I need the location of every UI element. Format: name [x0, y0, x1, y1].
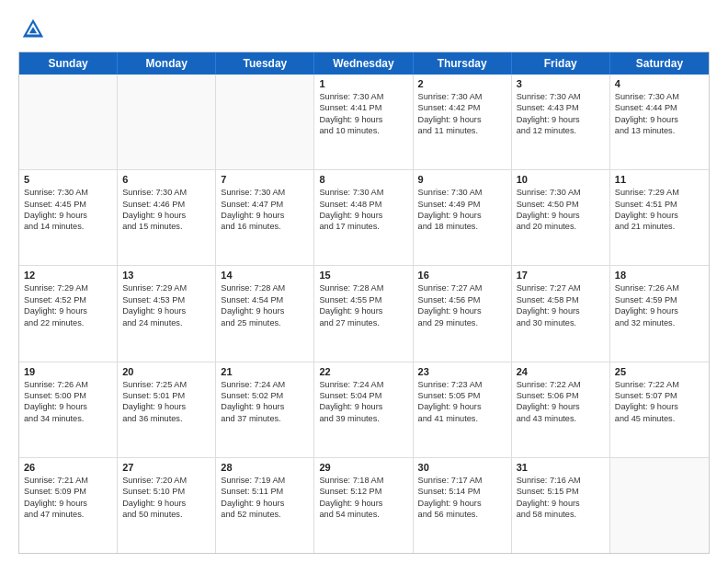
cal-header-monday: Monday	[118, 52, 216, 75]
cal-cell: 3Sunrise: 7:30 AMSunset: 4:43 PMDaylight…	[512, 75, 610, 169]
cell-line: Daylight: 9 hours	[122, 401, 210, 412]
cell-line: and 50 minutes.	[122, 509, 210, 520]
day-number: 14	[221, 270, 309, 281]
cell-line: Sunrise: 7:30 AM	[517, 187, 605, 198]
day-number: 13	[122, 270, 210, 281]
day-number: 3	[517, 78, 605, 89]
cell-line: and 47 minutes.	[24, 509, 112, 520]
cell-line: and 24 minutes.	[122, 317, 210, 328]
cell-line: Daylight: 9 hours	[319, 305, 407, 316]
cal-cell: 28Sunrise: 7:19 AMSunset: 5:11 PMDayligh…	[216, 458, 314, 553]
cell-line: Sunrise: 7:24 AM	[221, 379, 309, 390]
cell-line: Daylight: 9 hours	[418, 305, 506, 316]
cal-cell: 24Sunrise: 7:22 AMSunset: 5:06 PMDayligh…	[512, 362, 610, 457]
day-number: 24	[517, 366, 605, 377]
day-number: 21	[221, 366, 309, 377]
cal-cell	[19, 75, 118, 169]
cell-line: Sunset: 4:47 PM	[221, 199, 309, 210]
cell-line: Daylight: 9 hours	[517, 114, 605, 125]
cell-line: Sunset: 4:48 PM	[319, 199, 407, 210]
cell-line: Sunset: 4:51 PM	[615, 199, 704, 210]
cell-line: Sunrise: 7:17 AM	[418, 475, 506, 486]
cell-line: Sunrise: 7:26 AM	[615, 282, 704, 293]
cell-line: Sunrise: 7:27 AM	[517, 282, 605, 293]
cell-line: Sunrise: 7:28 AM	[319, 282, 407, 293]
cell-line: Daylight: 9 hours	[122, 498, 210, 509]
cell-line: Sunrise: 7:21 AM	[24, 475, 112, 486]
cell-line: and 56 minutes.	[418, 509, 506, 520]
cell-line: Sunset: 4:45 PM	[24, 199, 112, 210]
cal-cell: 15Sunrise: 7:28 AMSunset: 4:55 PMDayligh…	[314, 266, 413, 361]
cell-line: Daylight: 9 hours	[615, 401, 704, 412]
day-number: 17	[517, 270, 605, 281]
cell-line: Sunset: 4:56 PM	[418, 294, 506, 305]
cell-line: and 29 minutes.	[418, 317, 506, 328]
cal-header-wednesday: Wednesday	[314, 52, 413, 75]
cal-cell: 18Sunrise: 7:26 AMSunset: 4:59 PMDayligh…	[610, 266, 709, 361]
cell-line: Sunset: 4:46 PM	[122, 199, 210, 210]
cal-cell: 6Sunrise: 7:30 AMSunset: 4:46 PMDaylight…	[118, 170, 216, 265]
cal-cell: 25Sunrise: 7:22 AMSunset: 5:07 PMDayligh…	[610, 362, 709, 457]
cell-line: Daylight: 9 hours	[615, 210, 704, 221]
cal-header-saturday: Saturday	[610, 52, 709, 75]
day-number: 20	[122, 366, 210, 377]
cell-line: Sunrise: 7:28 AM	[221, 282, 309, 293]
cell-line: Sunset: 4:44 PM	[615, 102, 704, 113]
cal-cell: 31Sunrise: 7:16 AMSunset: 5:15 PMDayligh…	[512, 458, 610, 553]
cell-line: Daylight: 9 hours	[517, 401, 605, 412]
cal-cell: 27Sunrise: 7:20 AMSunset: 5:10 PMDayligh…	[118, 458, 216, 553]
day-number: 25	[615, 366, 704, 377]
cell-line: Sunset: 4:49 PM	[418, 199, 506, 210]
cell-line: and 10 minutes.	[319, 125, 407, 136]
header	[18, 17, 710, 42]
cell-line: and 45 minutes.	[615, 413, 704, 424]
day-number: 22	[319, 366, 407, 377]
cal-cell: 14Sunrise: 7:28 AMSunset: 4:54 PMDayligh…	[216, 266, 314, 361]
cal-row-4: 26Sunrise: 7:21 AMSunset: 5:09 PMDayligh…	[19, 457, 709, 553]
cell-line: Sunrise: 7:29 AM	[615, 187, 704, 198]
cell-line: and 54 minutes.	[319, 509, 407, 520]
cal-cell: 12Sunrise: 7:29 AMSunset: 4:52 PMDayligh…	[19, 266, 118, 361]
cell-line: and 17 minutes.	[319, 221, 407, 232]
cell-line: Sunset: 5:04 PM	[319, 390, 407, 401]
cell-line: Sunset: 4:55 PM	[319, 294, 407, 305]
cell-line: and 34 minutes.	[24, 413, 112, 424]
cell-line: Sunrise: 7:23 AM	[418, 379, 506, 390]
cell-line: and 12 minutes.	[517, 125, 605, 136]
cell-line: Sunrise: 7:25 AM	[122, 379, 210, 390]
cell-line: Sunrise: 7:29 AM	[122, 282, 210, 293]
cell-line: Sunrise: 7:30 AM	[122, 187, 210, 198]
cal-cell: 16Sunrise: 7:27 AMSunset: 4:56 PMDayligh…	[414, 266, 512, 361]
cal-cell: 1Sunrise: 7:30 AMSunset: 4:41 PMDaylight…	[314, 75, 413, 169]
cell-line: Sunset: 5:00 PM	[24, 390, 112, 401]
calendar-header-row: SundayMondayTuesdayWednesdayThursdayFrid…	[19, 52, 709, 75]
cal-header-friday: Friday	[512, 52, 610, 75]
cell-line: Sunrise: 7:30 AM	[517, 91, 605, 102]
day-number: 4	[615, 78, 704, 89]
cell-line: Sunrise: 7:29 AM	[24, 282, 112, 293]
cell-line: Daylight: 9 hours	[615, 114, 704, 125]
day-number: 12	[24, 270, 112, 281]
day-number: 29	[319, 462, 407, 473]
cell-line: Sunrise: 7:20 AM	[122, 475, 210, 486]
cell-line: Sunset: 5:05 PM	[418, 390, 506, 401]
cell-line: Daylight: 9 hours	[418, 210, 506, 221]
cal-cell: 4Sunrise: 7:30 AMSunset: 4:44 PMDaylight…	[610, 75, 709, 169]
cal-cell: 29Sunrise: 7:18 AMSunset: 5:12 PMDayligh…	[314, 458, 413, 553]
day-number: 9	[418, 174, 506, 185]
calendar: SundayMondayTuesdayWednesdayThursdayFrid…	[18, 52, 710, 554]
day-number: 31	[517, 462, 605, 473]
cell-line: Daylight: 9 hours	[319, 210, 407, 221]
cell-line: Sunrise: 7:27 AM	[418, 282, 506, 293]
cell-line: and 43 minutes.	[517, 413, 605, 424]
cell-line: Sunset: 4:58 PM	[517, 294, 605, 305]
cell-line: Sunrise: 7:30 AM	[418, 91, 506, 102]
day-number: 2	[418, 78, 506, 89]
logo	[18, 17, 46, 42]
cell-line: Sunset: 4:53 PM	[122, 294, 210, 305]
cal-header-tuesday: Tuesday	[216, 52, 314, 75]
day-number: 7	[221, 174, 309, 185]
cell-line: Daylight: 9 hours	[221, 498, 309, 509]
cell-line: and 16 minutes.	[221, 221, 309, 232]
cal-row-3: 19Sunrise: 7:26 AMSunset: 5:00 PMDayligh…	[19, 362, 709, 457]
